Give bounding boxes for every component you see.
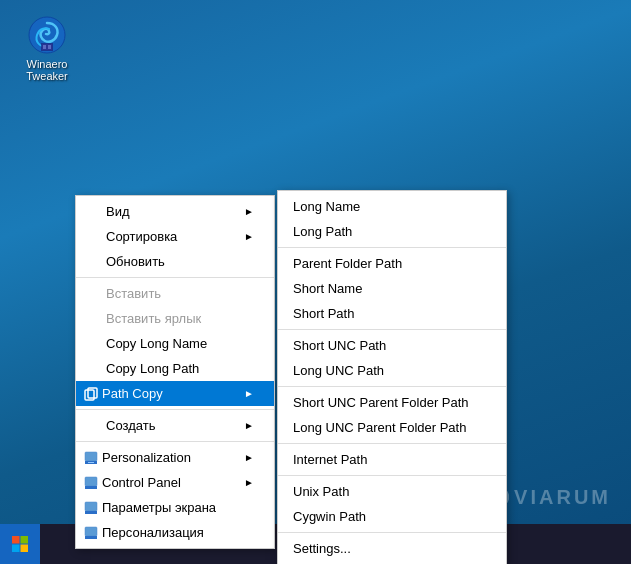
submenu-item-long-unc-parent[interactable]: Long UNC Parent Folder Path: [278, 415, 506, 440]
menu-item-refresh[interactable]: Обновить: [76, 249, 274, 274]
submenu-arrow: ►: [244, 477, 254, 488]
svg-rect-10: [85, 477, 97, 486]
menu-item-view[interactable]: Вид ►: [76, 199, 274, 224]
submenu-arrow: ►: [244, 206, 254, 217]
menu-item-paste: Вставить: [76, 281, 274, 306]
submenu-item-long-path[interactable]: Long Path: [278, 219, 506, 244]
svg-rect-18: [12, 536, 20, 544]
submenu-separator: [278, 475, 506, 476]
submenu-item-short-unc-path[interactable]: Short UNC Path: [278, 333, 506, 358]
menu-item-personalization-en[interactable]: Personalization ►: [76, 445, 274, 470]
winaero-tweaker-icon[interactable]: Winaero Tweaker: [15, 15, 79, 82]
submenu-separator: [278, 532, 506, 533]
submenu-item-settings[interactable]: Settings...: [278, 536, 506, 561]
submenu-separator: [278, 329, 506, 330]
svg-rect-13: [85, 511, 97, 514]
svg-rect-4: [48, 45, 51, 49]
svg-rect-11: [85, 486, 97, 489]
submenu-separator: [278, 247, 506, 248]
menu-item-paste-shortcut: Вставить ярлык: [76, 306, 274, 331]
svg-rect-14: [85, 527, 97, 536]
windows-logo-icon: [11, 535, 29, 553]
svg-rect-12: [85, 502, 97, 511]
path-copy-submenu: Long Name Long Path Parent Folder Path S…: [277, 190, 507, 564]
context-menu: Вид ► Сортировка ► Обновить Вставить Вст…: [75, 195, 275, 549]
desktop-icon-label: Winaero Tweaker: [26, 58, 68, 82]
svg-rect-15: [85, 536, 97, 539]
display-icon: [82, 499, 100, 517]
svg-rect-3: [43, 45, 46, 49]
menu-item-copy-long-name[interactable]: Copy Long Name: [76, 331, 274, 356]
svg-rect-9: [88, 462, 94, 463]
svg-rect-19: [21, 536, 29, 544]
submenu-arrow: ►: [244, 420, 254, 431]
menu-item-personalization-ru[interactable]: Персонализация: [76, 520, 274, 545]
path-copy-icon: [82, 385, 100, 403]
menu-item-display[interactable]: Параметры экрана: [76, 495, 274, 520]
menu-separator: [76, 277, 274, 278]
menu-item-path-copy[interactable]: Path Copy ►: [76, 381, 274, 406]
start-button[interactable]: [0, 524, 40, 564]
submenu-item-unix-path[interactable]: Unix Path: [278, 479, 506, 504]
control-panel-icon: [82, 474, 100, 492]
submenu-item-long-unc-path[interactable]: Long UNC Path: [278, 358, 506, 383]
submenu-item-short-path[interactable]: Short Path: [278, 301, 506, 326]
menu-item-control-panel[interactable]: Control Panel ►: [76, 470, 274, 495]
desktop: Winaero Tweaker Вид ► Сортировка ► Обнов…: [0, 0, 631, 564]
personalization-ru-icon: [82, 524, 100, 542]
submenu-arrow: ►: [244, 231, 254, 242]
menu-item-copy-long-path[interactable]: Copy Long Path: [76, 356, 274, 381]
submenu-arrow: ►: [244, 452, 254, 463]
menu-separator: [76, 441, 274, 442]
submenu-separator: [278, 443, 506, 444]
menu-item-create[interactable]: Создать ►: [76, 413, 274, 438]
submenu-item-cygwin-path[interactable]: Cygwin Path: [278, 504, 506, 529]
submenu-item-long-name[interactable]: Long Name: [278, 194, 506, 219]
submenu-arrow: ►: [244, 388, 254, 399]
menu-separator: [76, 409, 274, 410]
submenu-item-parent-folder-path[interactable]: Parent Folder Path: [278, 251, 506, 276]
svg-rect-20: [12, 545, 20, 553]
submenu-item-short-name[interactable]: Short Name: [278, 276, 506, 301]
svg-rect-7: [85, 452, 97, 461]
submenu-item-short-unc-parent[interactable]: Short UNC Parent Folder Path: [278, 390, 506, 415]
svg-rect-21: [21, 545, 29, 553]
submenu-item-internet-path[interactable]: Internet Path: [278, 447, 506, 472]
winaero-icon-image: [27, 15, 67, 55]
menu-item-sort[interactable]: Сортировка ►: [76, 224, 274, 249]
submenu-separator: [278, 386, 506, 387]
personalization-icon: [82, 449, 100, 467]
